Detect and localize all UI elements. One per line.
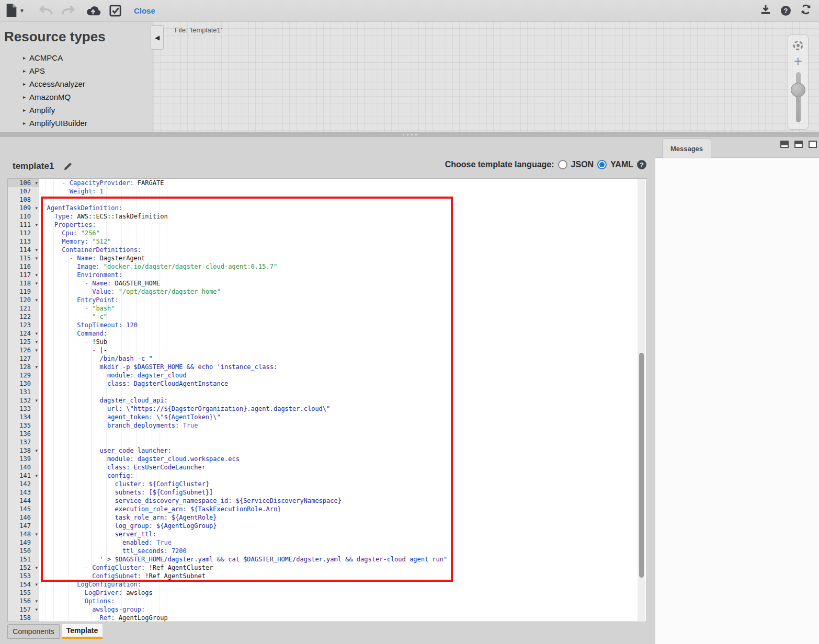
line-number[interactable]: 122	[8, 313, 39, 321]
line-number[interactable]: 136	[8, 430, 39, 438]
line-number[interactable]: 111▾	[8, 221, 39, 229]
code-line-text[interactable]: - ConfigCluster: !Ref AgentCluster	[39, 564, 646, 572]
zoom-slider-handle[interactable]	[791, 83, 805, 97]
code-line-text[interactable]: LogConfiguration:	[39, 580, 646, 589]
json-radio-label[interactable]: JSON	[571, 160, 594, 169]
resource-type-item[interactable]: ▸APS	[0, 64, 153, 77]
code-line-text[interactable]	[39, 430, 646, 438]
tab-components[interactable]: Components	[7, 624, 60, 639]
line-number[interactable]: 108	[8, 196, 39, 204]
code-line-text[interactable]: module: dagster_cloud	[39, 371, 646, 380]
code-line-text[interactable]: class: EcsUserCodeLauncher	[39, 463, 646, 472]
fold-arrow-icon[interactable]: ▾	[35, 446, 38, 455]
code-line-text[interactable]: Type: AWS::ECS::TaskDefinition	[39, 212, 646, 221]
new-file-menu-button[interactable]: ▼	[5, 0, 25, 21]
code-line-text[interactable]: branch_deployments: True	[39, 421, 646, 430]
layout-split-icon[interactable]	[794, 141, 803, 148]
fold-arrow-icon[interactable]: ▾	[35, 296, 38, 304]
code-line-text[interactable]: class: DagsterCloudAgentInstance	[39, 380, 646, 388]
line-number[interactable]: 141▾	[8, 472, 39, 480]
code-line-text[interactable]: config:	[39, 472, 646, 480]
line-number[interactable]: 130	[8, 380, 39, 388]
tab-messages[interactable]: Messages	[662, 139, 711, 158]
code-line-text[interactable]: url: \"https://${DagsterOrganization}.ag…	[39, 405, 646, 413]
horizontal-splitter[interactable]	[0, 132, 819, 137]
fit-to-window-icon[interactable]	[791, 39, 805, 52]
fold-arrow-icon[interactable]: ▾	[35, 396, 38, 405]
code-line-text[interactable]: LogDriver: awslogs	[39, 589, 646, 597]
code-line-text[interactable]: ' > $DAGSTER_HOME/dagster.yaml && cat $D…	[39, 555, 646, 564]
code-line-text[interactable]: Properties:	[39, 221, 646, 229]
line-number[interactable]: 155	[8, 589, 39, 597]
zoom-in-button[interactable]: +	[794, 55, 802, 67]
json-radio[interactable]	[558, 160, 567, 169]
fold-arrow-icon[interactable]: ▾	[35, 221, 38, 229]
zoom-slider-track[interactable]	[796, 72, 801, 122]
fold-arrow-icon[interactable]: ▾	[35, 580, 38, 589]
redo-button[interactable]	[61, 0, 76, 21]
line-number[interactable]: 117▾	[8, 271, 39, 279]
code-line-text[interactable]: log_group: ${AgentLogGroup}	[39, 522, 646, 530]
code-line-text[interactable]: user_code_launcher:	[39, 446, 646, 455]
fold-arrow-icon[interactable]: ▾	[35, 564, 38, 572]
code-line-text[interactable]: enabled: True	[39, 538, 646, 547]
code-line-text[interactable]: dagster_cloud_api:	[39, 396, 646, 405]
fold-arrow-icon[interactable]: ▾	[35, 605, 38, 614]
download-button[interactable]	[760, 4, 771, 17]
code-line-text[interactable]: Weight: 1	[39, 187, 646, 196]
line-number[interactable]: 116	[8, 262, 39, 271]
line-number[interactable]: 109▾	[8, 204, 39, 212]
undo-button[interactable]	[38, 0, 53, 21]
line-number[interactable]: 142	[8, 480, 39, 488]
fold-arrow-icon[interactable]: ▾	[35, 597, 38, 605]
code-line-text[interactable]	[39, 438, 646, 446]
code-line-text[interactable]: Ref: AgentLogGroup	[39, 614, 646, 622]
fold-arrow-icon[interactable]: ▾	[35, 279, 38, 288]
code-line-text[interactable]: module: dagster_cloud.workspace.ecs	[39, 455, 646, 463]
code-line-text[interactable]: execution_role_arn: ${TaskExecutionRole.…	[39, 505, 646, 513]
line-number[interactable]: 113	[8, 237, 39, 246]
code-line-text[interactable]: - "bash"	[39, 304, 646, 313]
line-number[interactable]: 114▾	[8, 246, 39, 254]
line-number[interactable]: 154▾	[8, 580, 39, 589]
fold-arrow-icon[interactable]: ▾	[35, 346, 38, 354]
line-number[interactable]: 156▾	[8, 597, 39, 605]
line-number[interactable]: 133	[8, 405, 39, 413]
line-number[interactable]: 158	[8, 614, 39, 622]
line-number[interactable]: 145	[8, 505, 39, 513]
line-number[interactable]: 126▾	[8, 346, 39, 354]
code-line-text[interactable]: - Name: DagsterAgent	[39, 254, 646, 262]
fold-arrow-icon[interactable]: ▾	[35, 204, 38, 212]
code-line-text[interactable]: AgentTaskDefinition:	[39, 204, 646, 212]
code-line-text[interactable]: ConfigSubnet: !Ref AgentSubnet	[39, 572, 646, 580]
code-line-text[interactable]: service_discovery_namespace_id: ${Servic…	[39, 497, 646, 505]
code-line-text[interactable]: mkdir -p $DAGSTER_HOME && echo 'instance…	[39, 363, 646, 371]
line-number[interactable]: 137	[8, 438, 39, 446]
line-number[interactable]: 149	[8, 538, 39, 547]
code-line-text[interactable]: Environment:	[39, 271, 646, 279]
code-line-text[interactable]	[39, 196, 646, 204]
fold-arrow-icon[interactable]: ▾	[35, 329, 38, 338]
line-number[interactable]: 125▾	[8, 338, 39, 346]
fold-arrow-icon[interactable]: ▾	[35, 363, 38, 371]
layout-canvas-large-icon[interactable]	[809, 141, 817, 148]
code-line-text[interactable]: - CapacityProvider: FARGATE	[39, 179, 646, 187]
line-number[interactable]: 106▾	[8, 179, 39, 187]
fold-arrow-icon[interactable]: ▾	[35, 530, 38, 538]
line-number[interactable]: 138▾	[8, 446, 39, 455]
code-line-text[interactable]: ContainerDefinitions:	[39, 246, 646, 254]
close-link[interactable]: Close	[134, 6, 155, 15]
resource-type-item[interactable]: ▸AmplifyUIBuilder	[0, 117, 153, 130]
tab-template[interactable]: Template	[62, 624, 103, 639]
line-number[interactable]: 110	[8, 212, 39, 221]
line-number[interactable]: 148▾	[8, 530, 39, 538]
line-number[interactable]: 147	[8, 522, 39, 530]
template-code-editor[interactable]: 106▾ - CapacityProvider: FARGATE107 Weig…	[7, 178, 647, 622]
resource-type-item[interactable]: ▸Amplify	[0, 104, 153, 117]
layout-editor-large-icon[interactable]	[780, 141, 789, 148]
code-line-text[interactable]: - |-	[39, 346, 646, 354]
resource-type-item[interactable]: ▸ACMPCA	[0, 51, 153, 64]
code-line-text[interactable]: Image: "docker.io/dagster/dagster-cloud-…	[39, 262, 646, 271]
line-number[interactable]: 144	[8, 497, 39, 505]
code-line-text[interactable]: Options:	[39, 597, 646, 605]
